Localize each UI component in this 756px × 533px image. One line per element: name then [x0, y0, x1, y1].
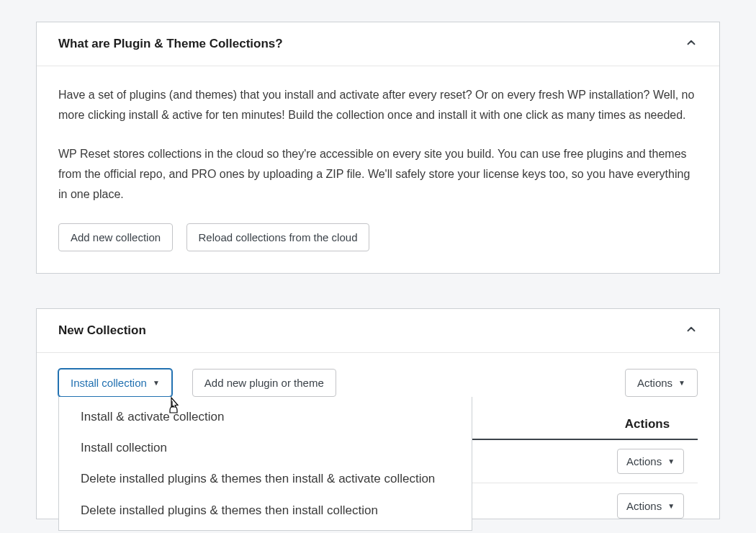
add-plugin-theme-button[interactable]: Add new plugin or theme — [192, 369, 336, 397]
row-actions-button[interactable]: Actions ▼ — [617, 449, 684, 474]
actions-column-header: Actions — [597, 417, 698, 431]
chevron-up-icon — [685, 323, 698, 339]
caret-down-icon: ▼ — [678, 380, 685, 387]
collection-actions-button[interactable]: Actions ▼ — [625, 369, 698, 397]
chevron-up-icon — [685, 36, 698, 52]
install-collection-label: Install collection — [71, 375, 147, 390]
caret-down-icon: ▼ — [667, 503, 675, 510]
new-collection-title: New Collection — [58, 323, 146, 338]
menu-install-activate[interactable]: Install & activate collection — [59, 401, 472, 432]
collections-intro-body: Have a set of plugins (and themes) that … — [37, 66, 719, 273]
menu-install[interactable]: Install collection — [59, 432, 472, 463]
actions-label: Actions — [637, 375, 672, 390]
reload-collections-button[interactable]: Reload collections from the cloud — [186, 223, 370, 251]
add-new-collection-button[interactable]: Add new collection — [58, 223, 173, 251]
menu-delete-install-activate[interactable]: Delete installed plugins & themes then i… — [59, 463, 472, 494]
new-collection-header[interactable]: New Collection — [37, 309, 719, 353]
collections-intro-title: What are Plugin & Theme Collections? — [58, 37, 283, 51]
install-collection-menu: Install & activate collection Install co… — [58, 397, 472, 531]
caret-down-icon: ▼ — [667, 458, 675, 465]
collections-intro-card: What are Plugin & Theme Collections? Hav… — [36, 22, 720, 274]
new-collection-card: New Collection Install collection ▼ Add … — [36, 308, 720, 519]
menu-delete-install[interactable]: Delete installed plugins & themes then i… — [59, 495, 472, 526]
intro-paragraph-1: Have a set of plugins (and themes) that … — [58, 85, 698, 125]
caret-down-icon: ▼ — [153, 380, 160, 387]
actions-label: Actions — [626, 498, 662, 514]
collections-intro-header[interactable]: What are Plugin & Theme Collections? — [37, 22, 719, 66]
new-collection-body: Install collection ▼ Add new plugin or t… — [37, 353, 719, 519]
install-collection-dropdown-button[interactable]: Install collection ▼ — [58, 369, 172, 397]
intro-button-row: Add new collection Reload collections fr… — [58, 223, 698, 251]
collection-toolbar: Install collection ▼ Add new plugin or t… — [58, 369, 698, 397]
actions-label: Actions — [626, 454, 662, 469]
intro-paragraph-2: WP Reset stores collections in the cloud… — [58, 144, 698, 205]
row-actions-button[interactable]: Actions ▼ — [617, 493, 684, 519]
